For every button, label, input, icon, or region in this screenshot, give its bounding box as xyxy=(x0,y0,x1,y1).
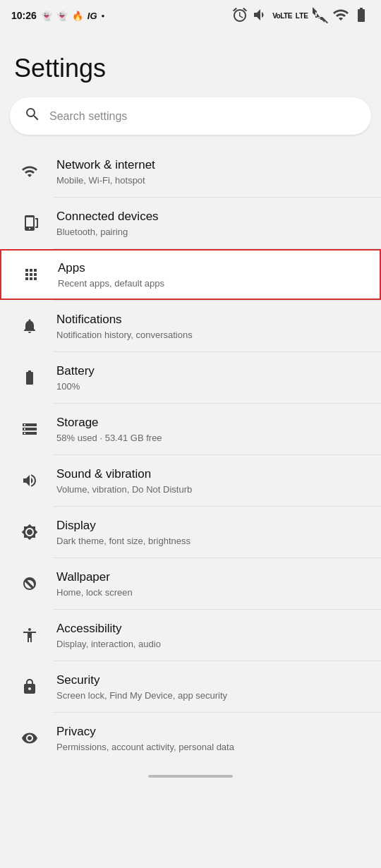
wallpaper-subtitle: Home, lock screen xyxy=(56,587,367,598)
settings-item-apps[interactable]: Apps Recent apps, default apps xyxy=(0,249,381,300)
wifi-icon xyxy=(14,163,45,180)
lte-icon: VoLTE xyxy=(272,12,292,20)
settings-item-battery[interactable]: Battery 100% xyxy=(0,352,381,403)
page-title: Settings xyxy=(0,40,381,97)
settings-item-notifications[interactable]: Notifications Notification history, conv… xyxy=(0,301,381,351)
wallpaper-text: Wallpaper Home, lock screen xyxy=(45,569,367,597)
lte2-icon: LTE xyxy=(296,12,308,20)
display-subtitle: Dark theme, font size, brightness xyxy=(56,536,367,546)
storage-title: Storage xyxy=(56,415,367,430)
wallpaper-title: Wallpaper xyxy=(56,569,367,585)
status-left: 10:26 👻 👻 🔥 IG ● xyxy=(11,10,104,21)
devices-icon xyxy=(14,215,45,231)
privacy-icon xyxy=(14,730,45,747)
security-icon xyxy=(14,678,45,695)
wallpaper-icon xyxy=(14,575,45,592)
battery-icon xyxy=(14,369,45,386)
main-content: Settings Search settings Network & inter… xyxy=(0,28,381,764)
status-right: VoLTE LTE xyxy=(231,6,370,25)
search-bar[interactable]: Search settings xyxy=(10,97,371,135)
settings-item-connected[interactable]: Connected devices Bluetooth, pairing xyxy=(0,198,381,248)
sound-text: Sound & vibration Volume, vibration, Do … xyxy=(45,466,367,494)
sound-icon xyxy=(14,472,45,489)
network-title: Network & internet xyxy=(56,157,367,173)
settings-list: Network & internet Mobile, Wi-Fi, hotspo… xyxy=(0,146,381,764)
privacy-title: Privacy xyxy=(56,724,367,740)
display-text: Display Dark theme, font size, brightnes… xyxy=(45,518,367,545)
sound-subtitle: Volume, vibration, Do Not Disturb xyxy=(56,484,367,495)
storage-text: Storage 58% used · 53.41 GB free xyxy=(45,415,367,442)
security-text: Security Screen lock, Find My Device, ap… xyxy=(45,673,367,700)
instagram-icon: IG xyxy=(87,11,97,21)
accessibility-icon xyxy=(14,627,45,644)
battery-subtitle: 100% xyxy=(56,381,367,392)
sound-title: Sound & vibration xyxy=(56,466,367,482)
connected-text: Connected devices Bluetooth, pairing xyxy=(45,209,367,236)
apps-text: Apps Recent apps, default apps xyxy=(47,260,365,288)
battery-status-icon xyxy=(353,6,370,25)
status-time: 10:26 xyxy=(11,10,37,21)
search-container[interactable]: Search settings xyxy=(10,97,371,135)
snapchat-icon: 👻 xyxy=(41,11,52,21)
snap2-icon: 👻 xyxy=(56,11,68,21)
notifications-title: Notifications xyxy=(56,312,367,327)
bell-icon xyxy=(14,318,45,334)
search-placeholder: Search settings xyxy=(49,110,127,123)
storage-icon xyxy=(14,421,45,438)
settings-item-sound[interactable]: Sound & vibration Volume, vibration, Do … xyxy=(0,455,381,506)
settings-item-privacy[interactable]: Privacy Permissions, account activity, p… xyxy=(0,713,381,764)
storage-subtitle: 58% used · 53.41 GB free xyxy=(56,433,367,443)
security-title: Security xyxy=(56,673,367,688)
apps-subtitle: Recent apps, default apps xyxy=(58,278,365,289)
fire-icon: 🔥 xyxy=(72,11,83,21)
privacy-text: Privacy Permissions, account activity, p… xyxy=(45,724,367,752)
status-bar: 10:26 👻 👻 🔥 IG ● VoLTE LTE xyxy=(0,0,381,28)
wifi-bars-icon xyxy=(332,6,349,25)
signal-icon xyxy=(312,6,329,25)
apps-icon xyxy=(16,266,47,283)
connected-subtitle: Bluetooth, pairing xyxy=(56,227,367,237)
bottom-bar xyxy=(0,764,381,789)
settings-item-network[interactable]: Network & internet Mobile, Wi-Fi, hotspo… xyxy=(0,146,381,197)
search-icon xyxy=(24,106,41,126)
security-subtitle: Screen lock, Find My Device, app securit… xyxy=(56,690,367,701)
connected-title: Connected devices xyxy=(56,209,367,224)
privacy-subtitle: Permissions, account activity, personal … xyxy=(56,742,367,752)
volume-icon xyxy=(252,6,269,25)
display-title: Display xyxy=(56,518,367,534)
settings-item-security[interactable]: Security Screen lock, Find My Device, ap… xyxy=(0,661,381,712)
accessibility-title: Accessibility xyxy=(56,621,367,637)
settings-item-storage[interactable]: Storage 58% used · 53.41 GB free xyxy=(0,404,381,454)
notifications-text: Notifications Notification history, conv… xyxy=(45,312,367,339)
battery-title: Battery xyxy=(56,363,367,379)
settings-item-accessibility[interactable]: Accessibility Display, interaction, audi… xyxy=(0,610,381,661)
battery-text: Battery 100% xyxy=(45,363,367,391)
alarm-icon xyxy=(231,6,248,25)
accessibility-text: Accessibility Display, interaction, audi… xyxy=(45,621,367,649)
accessibility-subtitle: Display, interaction, audio xyxy=(56,639,367,649)
notifications-subtitle: Notification history, conversations xyxy=(56,330,367,340)
settings-item-wallpaper[interactable]: Wallpaper Home, lock screen xyxy=(0,558,381,609)
network-text: Network & internet Mobile, Wi-Fi, hotspo… xyxy=(45,157,367,185)
network-subtitle: Mobile, Wi-Fi, hotspot xyxy=(56,175,367,186)
settings-item-display[interactable]: Display Dark theme, font size, brightnes… xyxy=(0,507,381,557)
bottom-indicator xyxy=(148,775,233,778)
display-icon xyxy=(14,524,45,541)
apps-title: Apps xyxy=(58,260,365,276)
dot-icon: ● xyxy=(102,13,105,19)
